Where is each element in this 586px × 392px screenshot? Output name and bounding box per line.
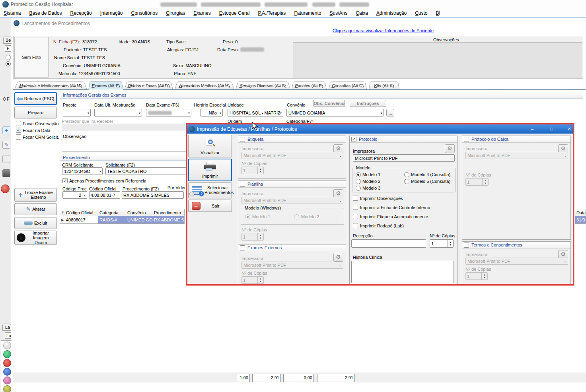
col-categoria[interactable]: Categoria <box>98 209 127 216</box>
convenio-dropdown[interactable]: UNIMED GOIANIA▾ <box>286 109 384 116</box>
left-strip-printer-icon[interactable] <box>2 169 10 177</box>
cell-procedimento[interactable]: RX ABDOME SIMPLES <box>153 216 185 224</box>
menu-recepcao[interactable]: Recepção <box>67 9 95 17</box>
left-strip-tab-f[interactable]: F <box>5 45 11 52</box>
menu-pa-terapias[interactable]: P.A./Terapias <box>255 9 290 17</box>
maximize-icon[interactable]: □ <box>545 126 557 132</box>
menu-custo[interactable]: Custo <box>411 9 431 17</box>
dialog-titlebar[interactable]: Impressão de Etiquetas / Planilhas / Pro… <box>187 124 573 134</box>
tab-kits[interactable]: Kits (Alt K) <box>369 82 399 89</box>
focar-observacao-checkbox[interactable] <box>16 121 21 126</box>
procedimento-input[interactable] <box>122 191 184 199</box>
protocolo-modelo5-radio[interactable] <box>404 179 409 184</box>
close-icon[interactable]: ✕ <box>563 126 575 132</box>
importar-dicom-button[interactable]: ↓ Importar Imagem Dicom <box>14 231 57 245</box>
left-strip-radio-2[interactable] <box>6 61 11 66</box>
selecionar-procedimentos-button[interactable]: ? SelecionarProcedimentos <box>188 182 232 198</box>
protocolo-checkbox[interactable]: ✓ <box>351 137 356 142</box>
visualizar-button[interactable]: Visualizar <box>188 135 232 157</box>
menu-exames[interactable]: Exames <box>190 9 214 17</box>
planilha-copias-spinner[interactable]: ▲▼ <box>241 233 264 241</box>
tab-materiais[interactable]: Materiais e Medicamentos (Alt M) <box>14 82 87 89</box>
left-strip-vitals-icon[interactable] <box>3 350 11 358</box>
crm-dropdown[interactable]: 12341234GO▾ <box>62 167 103 175</box>
tab-honorarios[interactable]: Honorários Médicos (Alt H) <box>175 82 234 89</box>
exames-externos-printer-dropdown[interactable]: Microsoft Print to PDF⌄ <box>241 262 343 269</box>
etiqueta-copias-spinner[interactable]: ▲▼ <box>241 167 264 174</box>
preparo-button[interactable]: Preparo <box>14 107 57 118</box>
convenio-browse-button[interactable]: ... <box>386 109 394 116</box>
pacote-dropdown[interactable]: ▾ <box>63 109 91 116</box>
historia-clinica-textarea[interactable] <box>351 261 454 283</box>
tab-diarias[interactable]: Diárias e Taxas (Alt D) <box>125 82 173 89</box>
left-strip-button-icon[interactable] <box>2 155 10 163</box>
protocolo-modelo3-radio[interactable] <box>356 186 361 191</box>
menu-base-de-dados[interactable]: Base de Dados <box>25 9 65 17</box>
imprimir-button[interactable]: Imprimir <box>188 159 232 181</box>
protocolo-modelo1-radio[interactable] <box>356 172 361 177</box>
left-strip-pink-icon[interactable] <box>3 376 11 384</box>
tab-consultas[interactable]: Consultas (Alt C) <box>329 82 367 89</box>
exames-externos-copias-spinner[interactable]: ▲▼ <box>241 276 264 284</box>
protocolo-modelo4-radio[interactable] <box>404 172 409 177</box>
recepcao-input[interactable] <box>351 239 426 248</box>
planilha-printer-dropdown[interactable]: Microsoft Print to PDF⌄ <box>241 197 343 204</box>
menu-administracao[interactable]: Administração <box>373 9 410 17</box>
etiqueta-printer-dropdown[interactable]: Microsoft Print to PDF⌄ <box>241 152 343 159</box>
unidade-dropdown[interactable]: HOSPITAL SQL - MATRIZ▾ <box>228 109 283 116</box>
horario-especial-dropdown[interactable]: Não▾ <box>200 109 223 116</box>
menu-consultorios[interactable]: Consultórios <box>127 9 161 17</box>
left-strip-pencil-icon[interactable]: ✎ <box>2 141 10 149</box>
codigo-proc-dropdown[interactable]: 2▾ <box>62 191 87 199</box>
menu-estoque-geral[interactable]: Estoque Geral <box>216 9 253 17</box>
col-convenio[interactable]: Convênio <box>126 209 153 216</box>
patient-info-link[interactable]: Clique aqui para visualizar Informações … <box>333 28 434 33</box>
focar-crm-checkbox[interactable] <box>16 134 21 140</box>
left-strip-add-icon[interactable]: + <box>2 126 10 134</box>
left-strip-cross-icon[interactable] <box>3 359 11 367</box>
exames-externos-printer-settings-icon[interactable] <box>333 253 343 262</box>
menstruacao-dropdown[interactable]: ▾ <box>94 109 142 116</box>
referencia-checkbox[interactable]: ✓ <box>62 178 68 183</box>
sair-button[interactable]: Sair <box>188 200 232 212</box>
menu-cirurgias[interactable]: Cirurgias <box>162 9 189 17</box>
excluir-button[interactable]: Excluir <box>14 217 57 229</box>
protocolo-caixa-copias-spinner[interactable]: ▲▼ <box>465 178 489 186</box>
cell-data[interactable]: 31/0 <box>575 216 586 224</box>
left-strip-tab-be[interactable]: Be <box>3 37 12 44</box>
termos-copias-spinner[interactable]: ▲▼ <box>465 272 488 280</box>
menu-sistema[interactable]: Sistema <box>0 9 24 17</box>
trouxe-exame-button[interactable]: + Trouxe Exame Externo <box>14 188 57 202</box>
left-strip-alert-icon[interactable] <box>1 184 10 193</box>
observacoes-box[interactable] <box>293 42 582 78</box>
planilha-modelo1-radio[interactable] <box>245 214 250 219</box>
termos-checkbox[interactable] <box>464 243 469 248</box>
protocolo-caixa-checkbox[interactable] <box>464 137 469 142</box>
instrucoes-button[interactable]: Instruções <box>350 100 386 107</box>
protocolo-caixa-printer-dropdown[interactable]: Microsoft Print to PDF⌄ <box>465 152 568 159</box>
left-strip-user-icon[interactable] <box>3 342 11 349</box>
imprimir-rodape-checkbox[interactable] <box>353 223 358 228</box>
cell-categoria[interactable]: RAIOS-X <box>98 216 127 224</box>
imprimir-etiqueta-auto-checkbox[interactable] <box>353 214 358 219</box>
cell-codigo[interactable]: 40808017 <box>65 216 99 224</box>
alterar-button[interactable]: ✎ Alterar <box>14 203 57 215</box>
data-exame-dropdown[interactable]: ▾ <box>146 109 191 116</box>
planilha-modelo2-radio[interactable] <box>294 214 299 219</box>
tab-servicos[interactable]: Serviços Diversos (Alt S) <box>236 82 290 89</box>
menu-sus-ans[interactable]: Sus/Ans <box>326 9 351 17</box>
left-strip-tab-la1[interactable]: La <box>2 324 11 331</box>
exames-externos-checkbox[interactable] <box>240 245 245 250</box>
protocolo-printer-settings-icon[interactable] <box>445 144 455 153</box>
menu-bi[interactable]: BI <box>432 9 444 17</box>
left-strip-grid-icon[interactable] <box>3 368 11 376</box>
left-strip-radio-1[interactable] <box>6 55 11 60</box>
menu-caixa[interactable]: Caixa <box>352 9 372 17</box>
cell-convenio[interactable]: UNIMED GOIANIA <box>126 216 153 224</box>
col-procedimento[interactable]: Procedimento <box>153 209 185 216</box>
focar-na-data-checkbox[interactable]: ✓ <box>16 128 21 133</box>
termos-printer-dropdown[interactable]: Microsoft Print to PDF⌄ <box>465 258 568 265</box>
etiqueta-checkbox[interactable] <box>240 137 245 142</box>
tab-pacotes[interactable]: Pacotes (Alt P) <box>292 82 327 89</box>
codigo-oficial-input[interactable] <box>89 191 120 199</box>
